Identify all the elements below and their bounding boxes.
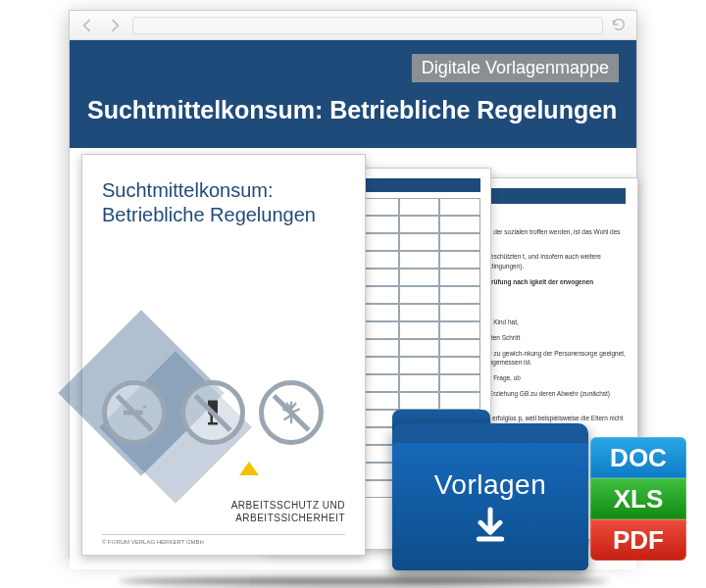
prohibition-icons-band — [102, 364, 345, 462]
format-xls-badge: XLS — [590, 478, 686, 519]
folder-label: Vorlagen — [434, 469, 547, 501]
cover-footer: ARBEITSSCHUTZ UND ARBEITSSICHERHEIT — [102, 499, 345, 524]
folder-front: Vorlagen — [392, 443, 588, 570]
cover-footer-line: ARBEITSSCHUTZ UND — [231, 500, 345, 511]
cover-title: Suchtmittelkonsum: Betriebliche Regelung… — [102, 178, 345, 227]
product-headline: Suchtmittelkonsum: Betriebliche Regelung… — [87, 90, 619, 124]
url-bar[interactable] — [132, 17, 603, 34]
cover-footer-line: ARBEITSSICHERHEIT — [235, 513, 345, 523]
no-cannabis-icon — [259, 380, 324, 445]
templates-folder-badge: Vorlagen DOC XLS PDF — [392, 410, 686, 576]
format-badges: DOC XLS PDF — [590, 437, 686, 561]
browser-titlebar — [70, 11, 636, 40]
no-alcohol-icon — [180, 380, 245, 445]
warning-triangle-icon — [239, 462, 259, 475]
cover-publisher: © FORUM VERLAG HERKERT GMBH — [102, 534, 345, 545]
reload-icon[interactable] — [611, 17, 629, 34]
cover-title-line: Suchtmittelkonsum: — [102, 179, 274, 201]
format-doc-badge: DOC — [590, 437, 686, 478]
forward-icon[interactable] — [105, 16, 125, 35]
cover-document-preview: Suchtmittelkonsum: Betriebliche Regelung… — [81, 154, 366, 556]
stack-shadow — [119, 577, 609, 585]
svg-rect-0 — [124, 411, 143, 416]
cover-title-line: Betriebliche Regelungen — [102, 204, 316, 225]
product-banner: Digitale Vorlagenmappe Suchtmittelkonsum… — [70, 40, 636, 148]
product-tag: Digitale Vorlagenmappe — [412, 54, 619, 82]
format-pdf-badge: PDF — [590, 519, 686, 561]
no-smoking-icon — [102, 380, 167, 445]
back-icon[interactable] — [77, 16, 97, 35]
download-arrow-icon — [471, 505, 510, 544]
